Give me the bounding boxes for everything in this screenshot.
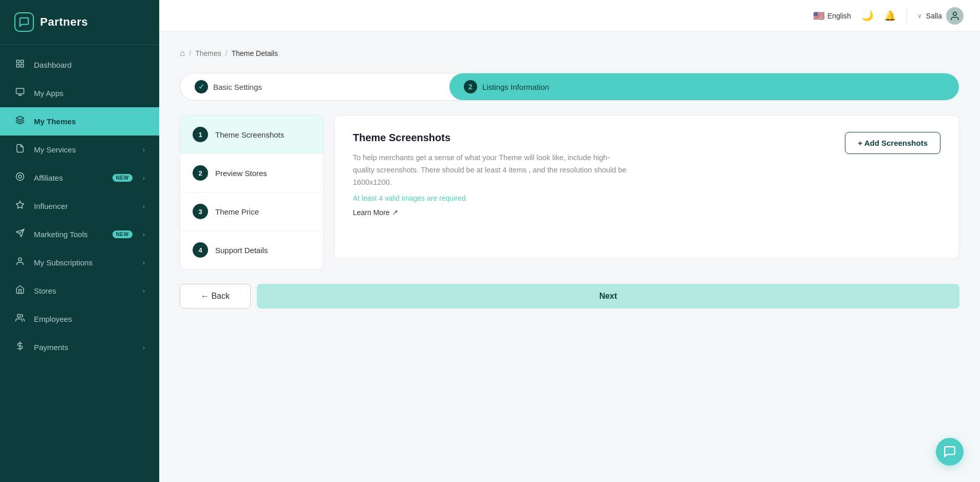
add-screenshots-label: + Add Screenshots	[858, 139, 928, 147]
my-services-arrow: ›	[143, 146, 145, 153]
dashboard-icon	[14, 59, 26, 71]
panel-top-row: Theme Screenshots To help merchants get …	[353, 132, 940, 217]
breadcrumb-current: Theme Details	[232, 49, 278, 57]
svg-point-7	[16, 173, 24, 181]
back-button[interactable]: ← Back	[180, 284, 251, 309]
svg-point-11	[17, 314, 21, 317]
sidebar-item-payments[interactable]: Payments ›	[0, 333, 159, 361]
sidebar-item-label-my-themes: My Themes	[34, 117, 145, 126]
sidebar-item-label-affiliates: Affiliates	[34, 173, 104, 182]
panel-text-section: Theme Screenshots To help merchants get …	[353, 132, 630, 217]
dark-mode-icon[interactable]: 🌙	[861, 10, 874, 22]
sidebar-item-my-apps[interactable]: My Apps	[0, 79, 159, 107]
sub-step-4-num: 4	[193, 242, 208, 258]
topbar: 🇺🇸 English 🌙 🔔 ∨ Salla	[159, 0, 980, 32]
sub-step-1-label: Theme Screenshots	[215, 130, 284, 139]
step-1-check: ✓	[195, 80, 208, 93]
affiliates-icon	[14, 172, 26, 184]
sidebar-item-label-payments: Payments	[34, 343, 135, 352]
sidebar-item-dashboard[interactable]: Dashboard	[0, 51, 159, 79]
sidebar-item-label-my-apps: My Apps	[34, 89, 145, 98]
user-name: Salla	[926, 12, 942, 20]
sub-step-1[interactable]: 1 Theme Screenshots	[180, 115, 323, 154]
next-label: Next	[599, 292, 617, 300]
chat-fab-button[interactable]	[936, 438, 964, 466]
panel-title: Theme Screenshots	[353, 132, 630, 144]
main-area: 🇺🇸 English 🌙 🔔 ∨ Salla ⌂ / Themes / Them…	[159, 0, 980, 482]
affiliates-arrow: ›	[143, 174, 145, 182]
validation-message: At least 4 valid images are required.	[353, 194, 630, 202]
flag-icon: 🇺🇸	[813, 10, 824, 22]
logo-icon	[14, 12, 34, 32]
sidebar-item-label-dashboard: Dashboard	[34, 61, 145, 69]
content-panel: Theme Screenshots To help merchants get …	[334, 115, 959, 259]
bottom-actions: ← Back Next	[180, 284, 959, 309]
learn-more-text: Learn More	[353, 208, 390, 217]
sidebar-logo: Partners	[0, 0, 159, 45]
breadcrumb-themes[interactable]: Themes	[195, 49, 221, 57]
svg-marker-9	[16, 201, 24, 208]
logo-text: Partners	[40, 15, 88, 29]
employees-icon	[14, 313, 26, 325]
affiliates-badge: NEW	[112, 174, 133, 182]
step-bar: ✓ Basic Settings 2 Listings Information	[180, 73, 959, 101]
sidebar-item-my-services[interactable]: My Services ›	[0, 136, 159, 164]
sub-step-4[interactable]: 4 Support Details	[180, 231, 323, 269]
user-chevron: ∨	[917, 12, 922, 20]
sub-step-4-label: Support Details	[215, 246, 268, 255]
sidebar-nav: Dashboard My Apps My Themes My Services …	[0, 45, 159, 482]
stores-icon	[14, 285, 26, 297]
payments-arrow: ›	[143, 343, 145, 351]
sidebar-item-label-stores: Stores	[34, 286, 135, 295]
external-link-icon: ↗	[392, 208, 398, 216]
svg-point-13	[953, 12, 957, 15]
sub-step-2-num: 2	[193, 165, 208, 181]
step-2-num: 2	[464, 80, 477, 93]
sidebar-item-marketing-tools[interactable]: Marketing Tools NEW ›	[0, 220, 159, 248]
sidebar-item-label-marketing-tools: Marketing Tools	[34, 230, 104, 239]
sub-step-3-label: Theme Price	[215, 207, 259, 216]
influencer-icon	[14, 200, 26, 212]
step-1-label: Basic Settings	[213, 83, 262, 91]
step-2-label: Listings Information	[482, 83, 549, 91]
sub-step-3-num: 3	[193, 204, 208, 219]
step-1[interactable]: ✓ Basic Settings	[180, 73, 449, 100]
sidebar-item-influencer[interactable]: Influencer ›	[0, 192, 159, 220]
sidebar-item-my-themes[interactable]: My Themes	[0, 107, 159, 136]
user-menu[interactable]: ∨ Salla	[917, 7, 964, 25]
add-screenshots-button[interactable]: + Add Screenshots	[845, 132, 940, 154]
sidebar-item-label-my-services: My Services	[34, 145, 135, 154]
my-subscriptions-icon	[14, 257, 26, 268]
sidebar-item-my-subscriptions[interactable]: My Subscriptions ›	[0, 248, 159, 277]
topbar-divider	[907, 9, 907, 23]
sub-step-2[interactable]: 2 Preview Stores	[180, 154, 323, 192]
sidebar: Partners Dashboard My Apps My Themes	[0, 0, 159, 482]
breadcrumb: ⌂ / Themes / Theme Details	[180, 48, 959, 59]
panel-action-section: + Add Screenshots	[845, 132, 940, 154]
content-area: ⌂ / Themes / Theme Details ✓ Basic Setti…	[159, 32, 980, 482]
step-2[interactable]: 2 Listings Information	[449, 73, 959, 100]
two-col-layout: 1 Theme Screenshots 2 Preview Stores 3 T…	[180, 115, 959, 269]
user-avatar	[946, 7, 964, 25]
home-icon[interactable]: ⌂	[180, 48, 185, 59]
my-themes-icon	[14, 115, 26, 127]
sub-step-3[interactable]: 3 Theme Price	[180, 192, 323, 231]
sidebar-item-stores[interactable]: Stores ›	[0, 277, 159, 305]
sub-steps-panel: 1 Theme Screenshots 2 Preview Stores 3 T…	[180, 115, 324, 269]
back-label: ← Back	[201, 292, 230, 301]
svg-point-8	[18, 175, 22, 178]
learn-more-link[interactable]: Learn More ↗	[353, 208, 630, 217]
sidebar-item-affiliates[interactable]: Affiliates NEW ›	[0, 164, 159, 192]
marketing-tools-icon	[14, 228, 26, 240]
notifications-icon[interactable]: 🔔	[884, 10, 896, 22]
sidebar-item-label-employees: Employees	[34, 315, 145, 323]
svg-rect-1	[21, 60, 24, 63]
next-button[interactable]: Next	[257, 284, 959, 309]
sidebar-item-employees[interactable]: Employees	[0, 305, 159, 333]
language-selector[interactable]: 🇺🇸 English	[813, 10, 851, 22]
sub-step-2-label: Preview Stores	[215, 169, 267, 178]
my-subscriptions-arrow: ›	[143, 259, 145, 266]
my-apps-icon	[14, 87, 26, 99]
marketing-tools-arrow: ›	[143, 230, 145, 238]
stores-arrow: ›	[143, 287, 145, 295]
